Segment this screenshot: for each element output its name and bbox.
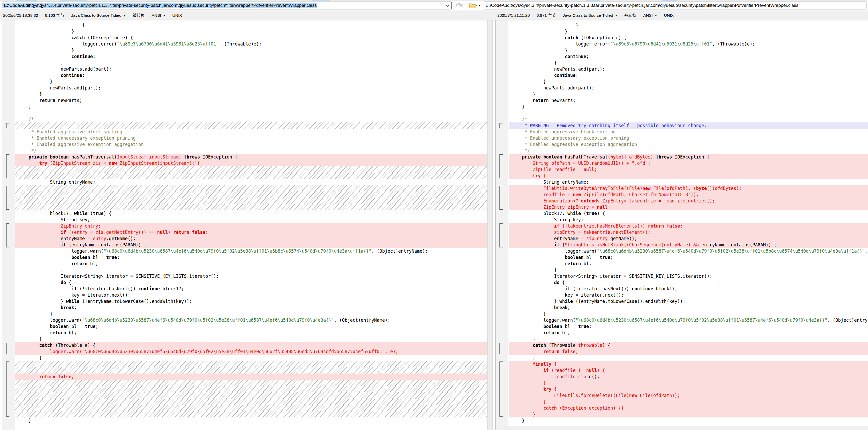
left-file-size: 6,163 字节 xyxy=(45,13,64,18)
code-line: try (ZipInputStream zis = new ZipInputSt… xyxy=(15,160,487,166)
dropdown-arrow-icon: ▼ xyxy=(655,14,657,17)
diff-section-bracket xyxy=(6,361,9,417)
code-line: } xyxy=(15,355,487,361)
code-line: logger.warn("\u68c0\u6d4b\u5230\u6587\u4… xyxy=(15,248,487,254)
code-line: } xyxy=(15,60,487,66)
toolbar-sliver xyxy=(0,0,868,1)
folder-dropdown-arrow[interactable]: ▾ xyxy=(479,4,480,7)
code-line: private boolean hasPathTraversal(byte[] … xyxy=(508,154,868,160)
left-path-combobox[interactable]: E:\CodeAudit\qys\qys4.3.4\private-securi… xyxy=(2,2,452,9)
code-line: continue; xyxy=(508,72,868,78)
code-line: catch (Throwable throwable) { xyxy=(508,342,868,349)
toolbar-fragment xyxy=(16,0,37,1)
code-line: catch (Exception exception) {} xyxy=(508,405,868,411)
code-line xyxy=(15,173,487,179)
code-line: } xyxy=(15,104,487,110)
code-line: logger.warn("\u68c0\u6d4b\u5230\u6587\u4… xyxy=(15,349,487,355)
right-horizontal-scrollbar[interactable] xyxy=(496,426,868,430)
code-line xyxy=(508,110,868,116)
code-line xyxy=(15,405,487,411)
code-line: try { xyxy=(508,386,868,392)
code-line: * WARNING - Removed try catching itself … xyxy=(508,123,868,129)
diff-section-bracket xyxy=(499,154,503,178)
toolbar-fragment xyxy=(586,0,600,1)
right-format-dropdown[interactable]: Java Class to Source Tidied▼ xyxy=(563,13,618,18)
left-code-pane[interactable]: } } catch (IOException e) { logger.error… xyxy=(2,21,487,430)
toolbar-fragment xyxy=(60,0,87,1)
code-line xyxy=(15,198,487,204)
left-modified-date: 2025/6/25 18:38:32 xyxy=(3,13,38,18)
file-info-bar: 2025/6/25 18:38:32 6,163 字节 Java Class t… xyxy=(0,10,868,21)
diff-section-bracket xyxy=(6,343,9,354)
code-line: * Enabled unnecessary exception pruning xyxy=(15,135,487,141)
code-line: do { xyxy=(15,279,487,286)
code-line: boolean bl = true; xyxy=(508,323,868,330)
code-line xyxy=(15,192,487,198)
code-line xyxy=(15,380,487,386)
right-encoding-dropdown[interactable]: ANSI▼ xyxy=(643,13,657,18)
left-encoding-dropdown[interactable]: ANSI▼ xyxy=(152,13,165,18)
code-line: } xyxy=(508,336,868,342)
code-line: return false; xyxy=(508,349,868,355)
code-line: } xyxy=(15,78,487,85)
code-line: logger.error("\u89e3\u6790\u6d41\u5931\u… xyxy=(508,41,868,47)
code-line: entryName = entry.getName(); xyxy=(15,235,487,242)
code-line: if (StringUtils.isNotBlank((CharSequence… xyxy=(508,242,868,248)
left-code-lines: } } catch (IOException e) { logger.error… xyxy=(15,22,487,424)
dropdown-arrow-icon: ▼ xyxy=(123,14,126,17)
code-line: return bl; xyxy=(15,261,487,267)
code-line: * Enabled unnecessary exception pruning xyxy=(508,135,868,141)
swap-files-button[interactable] xyxy=(454,2,464,9)
left-format-dropdown[interactable]: Java Class to Source Tidied▼ xyxy=(71,13,126,18)
code-line: } xyxy=(508,78,868,85)
right-modified-date: 2025/7/1 21:11:20 xyxy=(497,13,530,18)
code-line: break; xyxy=(15,304,487,311)
right-code-pane[interactable]: } } catch (IOException e) { logger.error… xyxy=(496,21,868,430)
code-line: break; xyxy=(508,304,868,311)
right-converted-label: 被转换 xyxy=(624,13,637,18)
code-line: Iterator<String> iterator = SENSITIVE_KE… xyxy=(15,273,487,279)
code-line: ZipEntry zipEntry = null; xyxy=(508,204,868,210)
code-line: } xyxy=(508,47,868,53)
left-diff-gutter xyxy=(2,21,15,430)
diff-section-bracket xyxy=(499,361,503,417)
code-line: } xyxy=(508,267,868,273)
code-line xyxy=(15,399,487,405)
code-line: private boolean hasPathTraversal(InputSt… xyxy=(15,154,487,160)
code-line: continue; xyxy=(15,53,487,60)
diff-section-bracket xyxy=(6,223,9,247)
code-line: logger.warn("\u68c0\u6d4b\u5230\u6587\u4… xyxy=(508,317,868,323)
code-line: key = iterator.next(); xyxy=(15,292,487,298)
code-line xyxy=(15,392,487,399)
code-line: } xyxy=(15,47,487,53)
code-line: try { xyxy=(508,173,868,179)
code-line: } xyxy=(15,28,487,35)
code-line: FileUtils.forceDelete((File)new File(ofd… xyxy=(508,392,868,399)
curved-arrow-icon xyxy=(455,2,463,9)
code-line: /* xyxy=(508,116,868,123)
code-line: continue; xyxy=(508,53,868,60)
left-path-dropdown-button[interactable] xyxy=(444,2,451,9)
code-line: Iterator<String> iterator = SENSITIVE_KE… xyxy=(508,273,868,279)
code-line: catch (Throwable e) { xyxy=(15,342,487,349)
code-line: ZipFile readfile = null; xyxy=(508,166,868,173)
browse-folder-button[interactable]: ▾ xyxy=(467,2,481,9)
diff-section-bracket xyxy=(499,123,503,128)
code-line: } xyxy=(508,311,868,317)
code-line: } xyxy=(15,267,487,273)
left-vertical-scrollbar[interactable] xyxy=(487,21,493,430)
code-line: String entryName; xyxy=(508,179,868,185)
diff-section-bracket xyxy=(499,223,503,247)
right-path-combobox[interactable]: E:\CodeAudit\qys\qys4.3.4\private-securi… xyxy=(484,2,866,9)
code-line: boolean bl = true; xyxy=(508,254,868,261)
code-line: if (!iterator.hasNext()) continue block1… xyxy=(15,286,487,292)
code-line xyxy=(15,361,487,367)
dropdown-arrow-icon: ▼ xyxy=(163,14,165,17)
dropdown-arrow-icon: ▼ xyxy=(615,14,618,17)
code-line: */ xyxy=(508,147,868,154)
code-line: return newParts; xyxy=(508,97,868,104)
right-diff-gutter xyxy=(496,21,508,430)
code-line: } while (!entryName.toLowerCase().endsWi… xyxy=(508,298,868,304)
code-line: String key; xyxy=(508,217,868,223)
code-line: } xyxy=(508,418,868,424)
